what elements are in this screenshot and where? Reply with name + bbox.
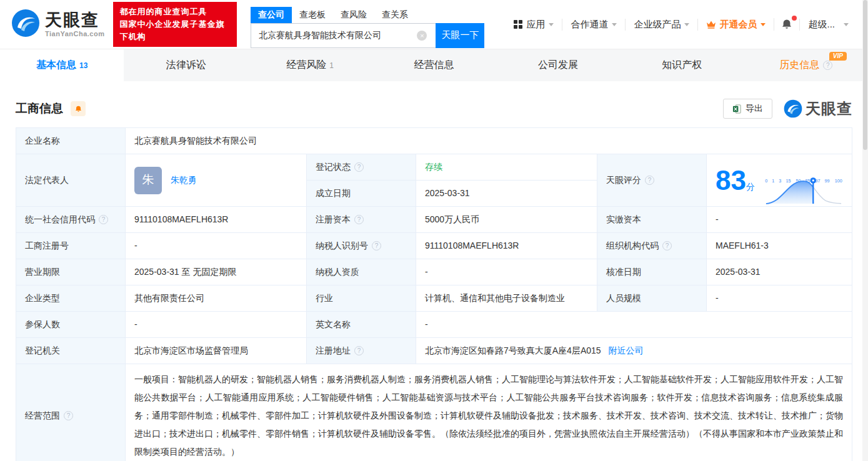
clear-search-icon[interactable]: × <box>417 31 427 41</box>
field-label: 行业 <box>307 285 416 312</box>
notifications-bell[interactable] <box>774 18 799 31</box>
section-title: 工商信息 <box>16 101 63 117</box>
watermark-logo: 天眼查 <box>784 99 852 119</box>
tab-operation-info[interactable]: 经营信息 <box>372 49 496 81</box>
search-tab-risk[interactable]: 查风险 <box>333 7 374 23</box>
menu-apps[interactable]: 应用 <box>506 19 562 31</box>
reg-address-cell: 北京市海淀区知春路7号致真大厦A座4层A015 附近公司 <box>416 338 852 364</box>
field-label: 成立日期 <box>307 181 416 207</box>
business-term-value: 2025-03-31 至 无固定期限 <box>126 259 307 285</box>
help-icon[interactable]: ? <box>99 215 108 224</box>
business-scope-value: 一般项目：智能机器人的研发；智能机器人销售；服务消费机器人制造；服务消费机器人销… <box>126 364 852 461</box>
search-button[interactable]: 天眼一下 <box>436 23 484 48</box>
industry-value: 计算机、通信和其他电子设备制造业 <box>416 285 597 312</box>
tianyancha-logo[interactable]: 天眼查 TianYanCha.com <box>11 9 104 40</box>
search-tab-relation[interactable]: 查关系 <box>374 7 416 23</box>
credit-code-value: 91110108MAEFLH613R <box>126 207 307 233</box>
tab-label: 法律诉讼 <box>166 59 206 72</box>
menu-enterprise[interactable]: 企业级产品 <box>625 19 697 31</box>
search-tab-company[interactable]: 查公司 <box>251 7 292 23</box>
menu-vip-label: 开通会员 <box>719 19 757 31</box>
search-input[interactable] <box>251 23 436 48</box>
help-icon[interactable]: ? <box>64 411 73 420</box>
export-button[interactable]: 导出 <box>723 99 772 119</box>
menu-open-vip[interactable]: 开通会员 <box>697 19 774 31</box>
insured-count-value: - <box>126 312 307 338</box>
help-icon[interactable]: ? <box>823 61 832 70</box>
help-icon[interactable]: ? <box>354 162 364 172</box>
top-menu: 应用 合作通道 企业级产品 开通会员 超级... <box>506 18 857 31</box>
export-label: 导出 <box>746 103 763 114</box>
watermark-text: 天眼查 <box>806 99 852 119</box>
scrollbar-thumb[interactable] <box>863 0 867 150</box>
legal-rep-link[interactable]: 朱乾勇 <box>171 174 197 187</box>
menu-super-account[interactable]: 超级... <box>799 19 857 31</box>
org-code-value: MAEFLH61-3 <box>707 233 852 259</box>
field-label: 实缴资本 <box>597 207 707 233</box>
table-row: 法定代表人 朱 朱乾勇 登记状态? 存续 天眼评分? 83分 <box>16 154 852 181</box>
menu-partner[interactable]: 合作通道 <box>562 19 625 31</box>
slogan-line2: 国家中小企业发展子基金旗下机构 <box>119 18 231 43</box>
score-cell: 83分 <box>707 154 852 207</box>
tianyancha-logo-icon <box>11 9 40 40</box>
top-header: 天眼查 TianYanCha.com 都在用的商业查询工具 国家中小企业发展子基… <box>0 0 868 49</box>
help-icon[interactable]: ? <box>662 241 672 250</box>
taxpayer-id-value: 91110108MAEFLH613R <box>416 233 597 259</box>
monitor-bell-button[interactable] <box>71 101 86 116</box>
tab-legal-proceedings[interactable]: 法律诉讼 <box>124 49 247 81</box>
menu-enterprise-label: 企业级产品 <box>634 19 681 31</box>
table-row: 参保人数 - 英文名称 - <box>16 312 852 338</box>
logo-name: 天眼查 <box>45 12 104 29</box>
legal-rep-cell: 朱 朱乾勇 <box>126 154 307 207</box>
tab-count: 13 <box>79 61 87 70</box>
approval-date-value: 2025-03-31 <box>707 259 852 285</box>
avatar[interactable]: 朱 <box>134 167 162 194</box>
search-tabs: 查公司 查老板 查风险 查关系 <box>251 6 485 23</box>
nearby-companies-link[interactable]: 附近公司 <box>609 345 644 355</box>
field-label: 注册资本? <box>307 207 416 233</box>
brand-slogan: 都在用的商业查询工具 国家中小企业发展子基金旗下机构 <box>113 2 237 47</box>
table-row: 企业名称 北京赛航具身智能技术有限公司 <box>16 128 852 154</box>
table-row: 统一社会信用代码? 91110108MAEFLH613R 注册资本? 5000万… <box>16 207 852 233</box>
table-row: 营业期限 2025-03-31 至 无固定期限 纳税人资质 - 核准日期 202… <box>16 259 852 285</box>
chevron-down-icon <box>549 23 554 26</box>
help-icon[interactable]: ? <box>354 346 364 355</box>
help-icon[interactable]: ? <box>372 241 381 250</box>
menu-apps-label: 应用 <box>526 19 545 31</box>
tab-operation-risk[interactable]: 经营风险1 <box>248 49 372 81</box>
score-value: 83 <box>716 165 746 196</box>
excel-icon <box>732 104 742 114</box>
tab-intellectual-property[interactable]: 知识产权 <box>620 49 744 81</box>
tab-label: 历史信息 <box>779 59 819 72</box>
help-icon[interactable]: ? <box>354 215 364 224</box>
reg-status-value: 存续 <box>416 154 597 181</box>
chevron-down-icon <box>844 23 849 26</box>
field-label: 纳税人资质 <box>307 259 416 285</box>
table-row: 经营范围? 一般项目：智能机器人的研发；智能机器人销售；服务消费机器人制造；服务… <box>16 364 852 461</box>
company-nav-tabs: 基本信息13 法律诉讼 经营风险1 经营信息 公司发展 知识产权 历史信息 ? … <box>0 49 868 81</box>
search-area: 查公司 查老板 查风险 查关系 天眼一下 × <box>251 6 485 48</box>
bell-icon <box>74 105 82 113</box>
tab-label: 经营信息 <box>414 59 454 72</box>
tab-label: 知识产权 <box>662 59 702 72</box>
tab-basic-info[interactable]: 基本信息13 <box>0 49 124 81</box>
field-label: 注册地址? <box>307 338 416 364</box>
field-label: 核准日期 <box>597 259 707 285</box>
chevron-down-icon <box>684 23 689 26</box>
help-icon[interactable]: ? <box>645 176 654 185</box>
score-unit: 分 <box>746 182 755 192</box>
tab-label: 公司发展 <box>538 59 578 72</box>
search-tab-boss[interactable]: 查老板 <box>292 7 333 23</box>
field-label: 企业名称 <box>16 128 126 154</box>
reg-address-value: 北京市海淀区知春路7号致真大厦A座4层A015 <box>425 345 601 355</box>
tianyancha-logo-icon <box>784 99 802 118</box>
scrollbar[interactable] <box>862 0 868 461</box>
tab-history-info[interactable]: 历史信息 ? VIP <box>744 49 868 81</box>
slogan-line1: 都在用的商业查询工具 <box>119 6 231 18</box>
menu-super-label: 超级... <box>808 19 835 31</box>
business-info-table: 企业名称 北京赛航具身智能技术有限公司 法定代表人 朱 朱乾勇 登记状态? 存续… <box>16 127 852 461</box>
bell-icon <box>781 18 793 31</box>
apps-grid-icon <box>514 20 522 29</box>
tab-company-development[interactable]: 公司发展 <box>496 49 620 81</box>
tab-label: 基本信息 <box>36 59 76 72</box>
